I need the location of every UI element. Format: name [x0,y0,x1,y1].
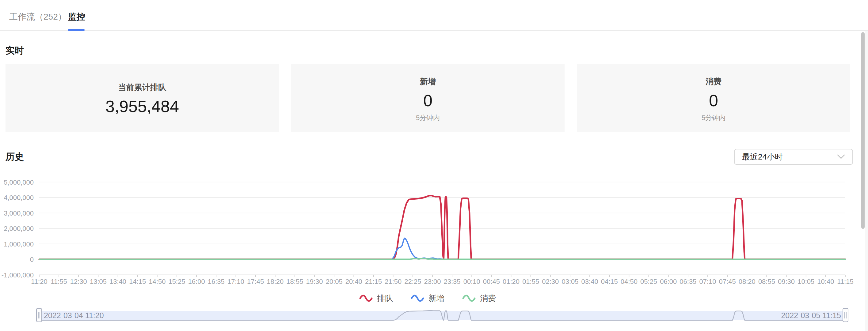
svg-text:14:15: 14:15 [129,278,146,286]
chevron-down-icon [837,154,845,159]
svg-text:10:05: 10:05 [798,278,814,286]
svg-text:5,000,000: 5,000,000 [4,178,34,186]
svg-text:06:00: 06:00 [660,278,677,286]
svg-text:07:45: 07:45 [719,278,736,286]
svg-text:16:35: 16:35 [208,278,225,286]
svg-text:19:30: 19:30 [306,278,323,286]
series-line-consume [39,258,845,259]
stat-title: 消费 [706,75,721,88]
svg-text:17:45: 17:45 [247,278,264,286]
stat-title: 当前累计排队 [118,81,166,93]
scrollbar-thumb[interactable] [861,32,865,229]
legend-label: 新增 [429,293,444,304]
svg-text:22:25: 22:25 [404,278,421,286]
history-heading: 历史 [5,151,24,163]
x-axis: 11:2011:5512:3013:0513:4014:1514:5015:25… [31,275,853,286]
svg-text:12:30: 12:30 [70,278,87,286]
svg-text:03:40: 03:40 [582,278,598,286]
svg-text:1,000,000: 1,000,000 [4,240,34,248]
data-zoom-slider[interactable] [0,307,868,323]
stat-card-queue: 当前累计排队 3,955,484 [5,64,279,132]
svg-text:08:55: 08:55 [758,278,775,286]
svg-text:23:35: 23:35 [444,278,461,286]
legend-label: 排队 [377,293,393,304]
stat-value: 3,955,484 [105,95,179,117]
stat-subtitle: 5分钟内 [416,113,440,123]
svg-text:21:50: 21:50 [385,278,402,286]
svg-text:01:20: 01:20 [503,278,520,286]
active-tab-indicator [68,29,85,31]
legend-item-queue[interactable]: 排队 [359,293,393,304]
svg-text:02:30: 02:30 [542,278,559,286]
svg-text:-1,000,000: -1,000,000 [2,271,34,279]
realtime-heading: 实时 [5,44,24,57]
legend-wave-icon [359,294,373,302]
stat-value: 0 [709,90,718,111]
stat-title: 新增 [420,75,436,88]
svg-text:07:10: 07:10 [699,278,716,286]
svg-text:18:55: 18:55 [286,278,303,286]
svg-text:2,000,000: 2,000,000 [4,225,34,232]
tab-monitor-label: 监控 [68,11,85,23]
svg-text:0: 0 [30,256,34,263]
tab-workflow-label: 工作流（252） [9,11,66,23]
svg-text:3,000,000: 3,000,000 [4,209,34,217]
svg-text:08:20: 08:20 [739,278,755,286]
time-range-select[interactable]: 最近24小时 [734,149,853,165]
legend-wave-icon [462,294,476,302]
svg-text:21:15: 21:15 [365,278,382,286]
svg-text:17:10: 17:10 [227,278,244,286]
svg-text:20:40: 20:40 [345,278,362,286]
svg-text:04:15: 04:15 [601,278,618,286]
legend-item-consume[interactable]: 消费 [462,293,496,304]
svg-text:00:45: 00:45 [483,278,500,286]
svg-text:14:50: 14:50 [149,278,165,286]
svg-text:20:05: 20:05 [326,278,343,286]
slider-handle-start[interactable] [36,308,42,322]
slider-handle-end[interactable] [843,308,848,322]
svg-text:04:50: 04:50 [621,278,638,286]
stat-value: 0 [423,90,432,111]
svg-text:03:05: 03:05 [561,278,578,286]
legend-wave-icon [411,294,424,302]
svg-text:13:40: 13:40 [110,278,126,286]
chart-legend: 排队新增消费 [0,292,855,305]
svg-text:10:40: 10:40 [817,278,834,286]
series-line-queue [39,195,845,259]
svg-text:18:20: 18:20 [267,278,283,286]
svg-text:00:10: 00:10 [463,278,480,286]
history-line-chart[interactable]: -1,000,00001,000,0002,000,0003,000,0004,… [0,171,868,294]
legend-label: 消费 [480,293,496,304]
svg-text:05:25: 05:25 [640,278,657,286]
y-axis-labels: -1,000,00001,000,0002,000,0003,000,0004,… [2,178,34,279]
svg-text:15:25: 15:25 [168,278,185,286]
stat-subtitle: 5分钟内 [702,113,725,123]
svg-text:13:05: 13:05 [90,278,107,286]
svg-text:09:30: 09:30 [778,278,795,286]
stat-card-new: 新增 0 5分钟内 [291,64,564,132]
tab-bar: 工作流（252） 监控 [0,3,868,31]
svg-text:06:35: 06:35 [680,278,696,286]
tab-monitor[interactable]: 监控 [68,3,85,30]
time-range-value: 最近24小时 [742,152,837,162]
svg-text:4,000,000: 4,000,000 [4,194,34,201]
scrollbar-track[interactable] [865,31,868,331]
legend-item-new[interactable]: 新增 [411,293,444,304]
stat-card-consume: 消费 0 5分钟内 [577,64,850,132]
svg-text:16:00: 16:00 [188,278,205,286]
svg-text:23:00: 23:00 [424,278,441,286]
tab-workflow[interactable]: 工作流（252） [9,3,66,30]
svg-text:11:15: 11:15 [837,278,853,286]
svg-text:11:20: 11:20 [31,278,47,286]
svg-text:01:55: 01:55 [522,278,539,286]
svg-text:11:55: 11:55 [51,278,67,286]
